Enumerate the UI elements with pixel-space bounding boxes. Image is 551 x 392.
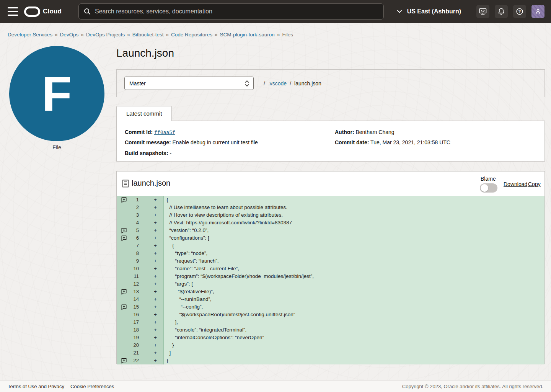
- code-text: ],: [164, 318, 544, 326]
- branch-select[interactable]: Master: [124, 77, 254, 90]
- line-number: 6: [129, 234, 139, 242]
- diff-added-marker: +: [139, 211, 164, 219]
- line-number: 7: [129, 242, 139, 250]
- diff-added-marker: +: [139, 341, 164, 349]
- line-number: 20: [129, 341, 139, 349]
- add-comment-icon[interactable]: [121, 304, 127, 310]
- gutter-cell: [117, 257, 129, 265]
- gutter-cell: [117, 349, 129, 357]
- download-link[interactable]: Download: [504, 181, 527, 187]
- gutter-cell: [117, 326, 129, 334]
- blame-toggle[interactable]: [480, 183, 497, 193]
- breadcrumb-item-code-repositores[interactable]: Code Repositores: [171, 32, 212, 38]
- global-search[interactable]: [78, 3, 384, 20]
- tab-latest-commit[interactable]: Latest commit: [116, 106, 172, 121]
- diff-added-marker: +: [139, 273, 164, 280]
- breadcrumb-item-scm-plugin-fork-sauron[interactable]: SCM-plugin-fork-sauron: [220, 32, 275, 38]
- gutter-cell: [117, 318, 129, 326]
- line-number: 17: [129, 318, 139, 326]
- diff-added-marker: +: [139, 318, 164, 326]
- diff-added-marker: +: [139, 250, 164, 257]
- diff-added-marker: +: [139, 219, 164, 227]
- path-folder-link[interactable]: .vscode: [268, 80, 287, 87]
- commit-id-link[interactable]: ff0aa5f: [154, 129, 175, 135]
- line-number: 5: [129, 227, 139, 234]
- copyright-text: Copyright © 2023, Oracle and/or its affi…: [402, 384, 543, 389]
- author-value: Bentham Chang: [355, 129, 394, 135]
- code-line-2: 2+ // Use intellisense to learn about po…: [117, 204, 544, 211]
- add-comment-icon[interactable]: [121, 235, 127, 241]
- blame-toggle-knob: [481, 184, 488, 192]
- line-number: 1: [129, 196, 139, 204]
- code-text: “request”: “launch”,: [164, 257, 544, 265]
- code-line-14: 14+ “--runInBand”,: [117, 296, 544, 303]
- oracle-logo-icon[interactable]: [24, 7, 40, 17]
- region-selector[interactable]: US East (Ashburn): [396, 8, 461, 15]
- code-text: “name”: “Jest - current File”,: [164, 265, 544, 273]
- search-icon: [83, 8, 91, 15]
- gutter-cell: [117, 211, 129, 219]
- code-text: “args”: [: [164, 280, 544, 288]
- gutter-cell: [117, 273, 129, 280]
- line-number: 19: [129, 334, 139, 341]
- copy-link[interactable]: Copy: [528, 181, 541, 187]
- branch-bar: Master / .vscode / launch.json: [116, 69, 545, 97]
- code-text: “--runInBand”,: [164, 296, 544, 303]
- commit-date-label: Commit date:: [335, 139, 369, 145]
- footer-links: Terms of Use and PrivacyCookie Preferenc…: [8, 384, 120, 389]
- add-comment-icon[interactable]: [121, 227, 127, 234]
- gutter-cell: [117, 250, 129, 257]
- code-line-15: 15+ “--config”,: [117, 303, 544, 311]
- gutter-cell: [117, 334, 129, 341]
- breadcrumb-item-files: Files: [282, 32, 293, 38]
- gutter-cell: [117, 219, 129, 227]
- line-number: 4: [129, 219, 139, 227]
- branch-select-value: Master: [129, 80, 146, 87]
- code-line-3: 3+ // Hover to view descriptions of exis…: [117, 211, 544, 219]
- diff-added-marker: +: [139, 227, 164, 234]
- breadcrumb-item-bitbucket-test[interactable]: Bitbucket-test: [132, 32, 164, 38]
- add-comment-icon[interactable]: [121, 289, 127, 295]
- notifications-button[interactable]: [495, 5, 508, 18]
- code-line-8: 8+ “type”: “node”,: [117, 250, 544, 257]
- breadcrumb-item-devops-projects[interactable]: DevOps Projects: [86, 32, 125, 38]
- gutter-cell: [117, 341, 129, 349]
- code-line-9: 9+ “request”: “launch”,: [117, 257, 544, 265]
- search-input[interactable]: [95, 8, 379, 15]
- line-number: 14: [129, 296, 139, 303]
- line-number: 12: [129, 280, 139, 288]
- file-title: launch.json: [132, 179, 170, 188]
- code-text: {: [164, 242, 544, 250]
- diff-added-marker: +: [139, 280, 164, 288]
- diff-added-marker: +: [139, 265, 164, 273]
- breadcrumb-item-devops[interactable]: DevOps: [60, 32, 79, 38]
- cloud-shell-button[interactable]: [476, 5, 489, 18]
- commit-date-value: Tue, Mar 23, 2021, 21:03:58 UTC: [370, 139, 450, 145]
- add-comment-icon[interactable]: [121, 358, 127, 364]
- user-menu-button[interactable]: [531, 5, 544, 18]
- help-button[interactable]: ?: [513, 5, 526, 18]
- code-line-1: 1+{: [117, 196, 544, 204]
- blame-label: Blame: [481, 176, 496, 182]
- code-line-10: 10+ “name”: “Jest - current File”,: [117, 265, 544, 273]
- diff-added-marker: +: [139, 303, 164, 311]
- code-text: “version”: “0.2.0”,: [164, 227, 544, 234]
- footer-link-cookie-preferences[interactable]: Cookie Preferences: [70, 384, 114, 389]
- code-line-13: 13+ “$(relativeFile)”,: [117, 288, 544, 296]
- diff-added-marker: +: [139, 234, 164, 242]
- breadcrumb-item-developer-services[interactable]: Developer Services: [8, 32, 52, 38]
- breadcrumb-separator: »: [127, 32, 130, 38]
- help-icon: ?: [515, 7, 524, 16]
- add-comment-icon[interactable]: [121, 197, 127, 203]
- gutter-cell: [117, 242, 129, 250]
- file-avatar-letter: F: [42, 69, 72, 118]
- gutter-cell: [117, 311, 129, 318]
- diff-added-marker: +: [139, 257, 164, 265]
- gutter-cell: [117, 280, 129, 288]
- breadcrumb-separator: »: [215, 32, 218, 38]
- code-text: “configurations”: [: [164, 234, 544, 242]
- gutter-cell: [117, 265, 129, 273]
- footer-link-terms-of-use-and-privacy[interactable]: Terms of Use and Privacy: [8, 384, 64, 389]
- menu-icon[interactable]: [8, 7, 18, 16]
- diff-added-marker: +: [139, 349, 164, 357]
